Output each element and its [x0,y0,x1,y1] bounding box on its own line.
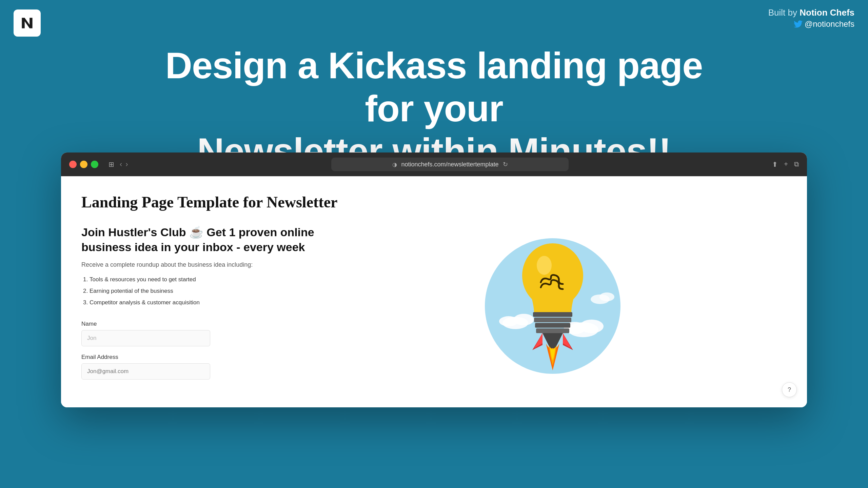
svg-rect-13 [534,318,571,322]
newsletter-list: Tools & resources you need to get starte… [90,274,319,308]
sidebar-toggle-button[interactable]: ⊞ [108,160,114,168]
name-form-group: Name [81,321,319,346]
svg-rect-12 [533,312,572,317]
svg-rect-15 [536,328,569,333]
url-text: notionchefs.com/newslettertemplate [401,161,498,168]
address-bar[interactable]: ◑ notionchefs.com/newslettertemplate ↻ [331,158,569,171]
traffic-light-yellow[interactable] [80,161,87,168]
newsletter-description: Receive a complete roundup about the bus… [81,261,319,268]
illustration [475,225,631,374]
nav-buttons: ‹ › [120,160,128,169]
list-item: Competitor analysis & customer acquisiti… [90,297,319,308]
forward-button[interactable]: › [125,160,128,169]
built-by-text: Built by Notion Chefs [768,7,854,18]
newsletter-heading: Join Hustler's Club ☕ Get 1 proven onlin… [81,225,319,255]
page-title: Landing Page Template for Newsletter [81,193,787,211]
name-input[interactable] [81,330,210,346]
share-button[interactable]: ⬆ [772,160,778,168]
traffic-light-green[interactable] [91,161,98,168]
traffic-light-red[interactable] [69,161,77,168]
email-label: Email Address [81,354,319,361]
back-button[interactable]: ‹ [120,160,122,169]
name-label: Name [81,321,319,327]
notion-icon [18,14,36,32]
address-bar-wrap: ◑ notionchefs.com/newslettertemplate ↻ [134,158,767,171]
refresh-button[interactable]: ↻ [503,161,508,168]
email-input[interactable] [81,363,210,380]
svg-rect-14 [535,323,570,328]
browser-actions: ⬆ + ⧉ [772,160,799,168]
notion-logo [14,9,41,37]
svg-point-11 [537,256,552,275]
browser-content: Landing Page Template for Newsletter Joi… [61,176,807,407]
add-tab-button[interactable]: + [784,160,788,168]
email-form-group: Email Address [81,354,319,380]
shield-icon: ◑ [392,161,397,168]
right-column [319,225,787,374]
list-item: Earning potential of the business [90,285,319,297]
twitter-handle[interactable]: @notionchefs [768,19,854,29]
left-column: Join Hustler's Club ☕ Get 1 proven onlin… [81,225,319,387]
content-body: Join Hustler's Club ☕ Get 1 proven onlin… [81,225,787,387]
browser-mockup: ⊞ ‹ › ◑ notionchefs.com/newslettertempla… [61,152,807,407]
list-item: Tools & resources you need to get starte… [90,274,319,285]
browser-chrome: ⊞ ‹ › ◑ notionchefs.com/newslettertempla… [61,152,807,176]
svg-point-7 [499,316,518,326]
lightbulb-illustration [475,225,631,374]
traffic-lights [69,161,98,168]
twitter-icon [794,20,803,28]
svg-point-9 [599,292,614,301]
windows-button[interactable]: ⧉ [794,160,799,168]
top-right-branding: Built by Notion Chefs @notionchefs [768,7,854,29]
